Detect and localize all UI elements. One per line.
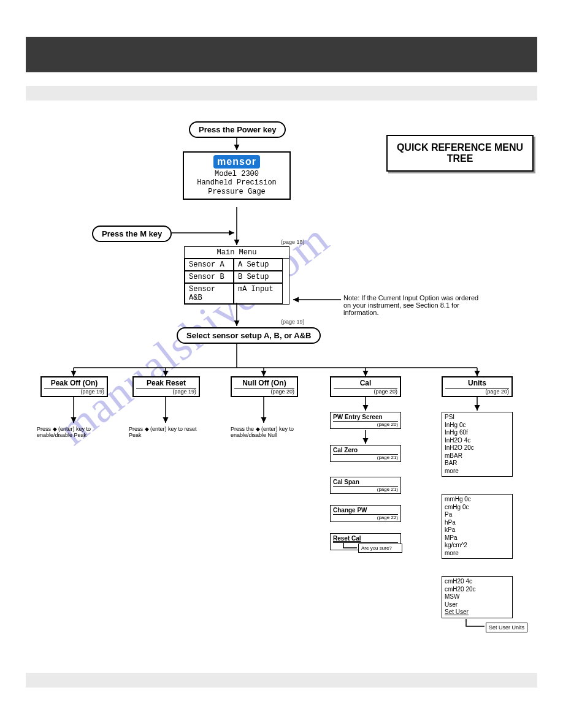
cal-span-label: Cal Span [333, 479, 359, 485]
units-item: mmHg 0c [445, 496, 510, 504]
press-m-key-node: Press the M key [92, 226, 172, 242]
peak-reset-box: Peak Reset (page 19) [132, 376, 200, 397]
set-user-units-box: Set User Units [486, 623, 527, 632]
units-item: more [445, 468, 510, 476]
page-ref-18: (page 18) [281, 239, 305, 245]
peak-reset-label: Peak Reset [147, 379, 186, 387]
units-label: Units [468, 379, 486, 387]
main-menu-title: Main Menu [185, 247, 289, 259]
units-item: PSI [445, 414, 510, 422]
units-item: InH2O 20c [445, 444, 510, 452]
peak-reset-action: Press ◆ (enter) key to reset Peak [129, 426, 209, 438]
pw-entry-label: PW Entry Screen [333, 414, 383, 420]
reset-cal-label: Reset Cal [333, 535, 361, 542]
menu-sensor-b: Sensor B [185, 271, 234, 283]
units-item: cmH20 4c [445, 578, 510, 586]
peak-off-on-label: Peak Off (On) [51, 379, 98, 387]
power-key-node: Press the Power key [189, 121, 286, 138]
peak-off-action: Press ◆ (enter) key to enable/disable Pe… [37, 426, 117, 438]
cal-zero-page: (page 21) [333, 454, 398, 460]
gray-bar-bottom [26, 673, 537, 688]
cal-zero-label: Cal Zero [333, 447, 358, 453]
mensor-device-box: mensor Model 2300 Handheld Precision Pre… [183, 151, 291, 200]
units-item: InH2O 4c [445, 437, 510, 445]
are-you-sure-box: Are you sure? [358, 544, 402, 553]
change-pw-page: (page 22) [333, 514, 398, 520]
page: manualshive.com QUICK REFERENCE MENU TRE… [0, 0, 563, 728]
units-item: cmH20 20c [445, 586, 510, 594]
units-group3: cmH20 4ccmH20 20cMSWUserSet User [442, 576, 513, 618]
change-pw-label: Change PW [333, 507, 367, 514]
main-menu-table: Main Menu Sensor A A Setup Sensor B B Se… [184, 246, 289, 305]
flow-arrows [0, 0, 563, 728]
gray-bar-top [26, 86, 537, 100]
null-off-action: Press the ◆ (enter) key to enable/disabl… [231, 426, 310, 438]
units-item: User [445, 601, 510, 609]
units-item: Pa [445, 511, 510, 519]
peak-off-on-page: (page 19) [44, 388, 104, 395]
select-sensor-node: Select sensor setup A, B, or A&B [177, 327, 321, 344]
note-text: Note: If the Current Input Option was or… [343, 294, 484, 316]
units-item: mBAR [445, 452, 510, 460]
cal-page: (page 20) [334, 388, 397, 395]
header-bar [26, 37, 537, 72]
pw-entry-page: (page 20) [333, 421, 398, 427]
null-off-on-box: Null Off (On) (page 20) [231, 376, 298, 397]
menu-a-setup: A Setup [234, 259, 283, 271]
quick-reference-box: QUICK REFERENCE MENU TREE [386, 135, 534, 172]
cal-box: Cal (page 20) [330, 376, 401, 397]
units-group1: PSIInHg 0cInHg 60fInH2O 4cInH2O 20cmBARB… [442, 412, 513, 477]
units-item: cmHg 0c [445, 504, 510, 512]
units-item: more [445, 550, 510, 558]
mensor-line2: Handheld Precision [186, 178, 287, 187]
menu-sensor-a: Sensor A [185, 259, 234, 271]
units-item: kg/cm^2 [445, 542, 510, 550]
pw-entry-box: PW Entry Screen (page 20) [330, 412, 401, 429]
units-item: InHg 60f [445, 429, 510, 437]
units-group2: mmHg 0ccmHg 0cPahPakPaMPakg/cm^2more [442, 494, 513, 559]
page-ref-19a: (page 19) [281, 319, 305, 325]
units-item: kPa [445, 526, 510, 534]
cal-zero-box: Cal Zero (page 21) [330, 445, 401, 462]
menu-b-setup: B Setup [234, 271, 283, 283]
peak-off-on-box: Peak Off (On) (page 19) [40, 376, 108, 397]
mensor-line3: Pressure Gage [186, 188, 287, 196]
cal-span-box: Cal Span (page 21) [330, 477, 401, 494]
units-item: Set User [445, 609, 510, 616]
units-item: hPa [445, 519, 510, 527]
peak-reset-page: (page 19) [136, 388, 196, 395]
menu-ma-input: mA Input [234, 283, 283, 304]
cal-span-page: (page 21) [333, 486, 398, 492]
mensor-model: Model 2300 [186, 170, 287, 178]
units-item: MPa [445, 534, 510, 542]
null-off-on-page: (page 20) [234, 388, 294, 395]
units-item: InHg 0c [445, 422, 510, 430]
units-item: MSW [445, 593, 510, 601]
mensor-logo: mensor [213, 155, 260, 169]
change-pw-box: Change PW (page 22) [330, 505, 401, 522]
cal-label: Cal [360, 379, 372, 387]
units-page: (page 20) [445, 388, 509, 395]
menu-sensor-ab: Sensor A&B [185, 283, 234, 304]
units-item: BAR [445, 460, 510, 468]
units-box: Units (page 20) [442, 376, 513, 397]
null-off-on-label: Null Off (On) [242, 379, 286, 387]
